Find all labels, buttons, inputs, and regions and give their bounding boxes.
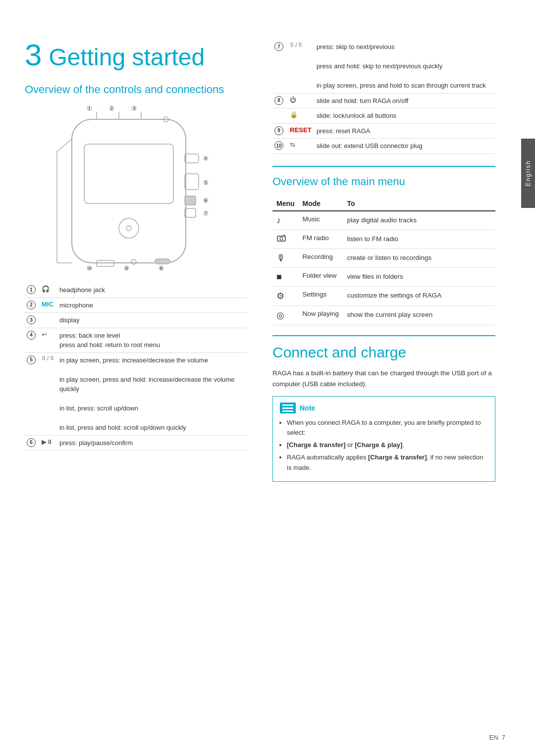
svg-rect-9 <box>185 154 199 163</box>
controls-table-right: 7 ⠿ / ⠿ press: skip to next/previous pre… <box>272 40 495 154</box>
note-item-1: When you connect RAGA to a computer, you… <box>287 418 488 439</box>
control-row-7: 7 ⠿ / ⠿ press: skip to next/previous pre… <box>272 40 495 93</box>
svg-text:③: ③ <box>131 105 137 112</box>
control-row-1: 1 🎧 headphone jack <box>25 283 248 298</box>
divider-2 <box>272 335 495 336</box>
chapter-title: Getting started <box>49 44 205 70</box>
page-footer: EN 7 <box>489 734 505 741</box>
svg-rect-13 <box>185 196 196 205</box>
menu-row-nowplaying: ◎ Now playing show the current play scre… <box>272 306 495 325</box>
controls-table-left: 1 🎧 headphone jack 2 MIC microphone 3 di… <box>25 283 248 451</box>
svg-text:④: ④ <box>203 155 209 162</box>
note-icon <box>280 403 296 413</box>
svg-point-26 <box>119 218 139 238</box>
menu-row-settings: ⚙ Settings customize the settings of RAG… <box>272 287 495 306</box>
menu-col-mode: Mode <box>299 197 343 211</box>
svg-point-29 <box>280 237 283 240</box>
svg-point-21 <box>131 259 136 264</box>
fm-radio-icon <box>276 234 286 242</box>
svg-rect-11 <box>185 174 199 190</box>
svg-text:②: ② <box>109 105 114 112</box>
control-row-9: 9 RESET press: reset RAGA <box>272 123 495 139</box>
note-list: When you connect RAGA to a computer, you… <box>287 418 488 473</box>
control-row-3: 3 display <box>25 313 248 328</box>
svg-text:①: ① <box>87 105 92 112</box>
control-row-2: 2 MIC microphone <box>25 298 248 313</box>
device-svg: ① ② ③ ④ ⑤ ⑥ ⑦ ⑩ <box>32 104 240 273</box>
menu-row-music: ♪ Music play digital audio tracks <box>272 211 495 230</box>
device-diagram: ① ② ③ ④ ⑤ ⑥ ⑦ ⑩ <box>32 104 240 273</box>
svg-rect-15 <box>185 208 196 217</box>
divider-1 <box>272 166 495 167</box>
chapter-heading: 3 Getting started <box>25 40 248 71</box>
note-item-3: RAGA automatically applies [Charge & tra… <box>287 453 488 473</box>
menu-col-menu: Menu <box>272 197 299 211</box>
svg-text:⑨: ⑨ <box>124 265 129 272</box>
footer-page: 7 <box>502 734 505 741</box>
control-row-8a: 8 ⏻ slide and hold: turn RAGA on/off <box>272 93 495 108</box>
control-row-6: 6 ▶⏸ press: play/pause/confirm <box>25 435 248 451</box>
menu-row-fmradio: FM radio listen to FM radio <box>272 230 495 249</box>
control-row-4: 4 ↩ press: back one levelpress and hold:… <box>25 328 248 353</box>
svg-text:⑧: ⑧ <box>159 265 164 272</box>
side-tab: English <box>521 139 535 208</box>
connect-text: RAGA has a built-in battery that can be … <box>272 368 495 389</box>
svg-text:⑥: ⑥ <box>203 197 209 204</box>
main-menu-heading: Overview of the main menu <box>272 175 495 189</box>
svg-rect-22 <box>155 259 170 264</box>
note-header: Note <box>280 403 488 413</box>
menu-row-folder: ■ Folder view view files in folders <box>272 268 495 287</box>
section1-heading: Overview of the controls and connections <box>25 83 248 97</box>
control-row-10: 10 ⇆ slide out: extend USB connector plu… <box>272 139 495 154</box>
svg-text:⑦: ⑦ <box>203 210 209 217</box>
svg-text:⑤: ⑤ <box>203 179 209 186</box>
control-row-5: 5 ⠿ / ⠿ in play screen, press: increase/… <box>25 353 248 435</box>
svg-rect-0 <box>72 119 186 263</box>
note-title: Note <box>300 403 315 413</box>
footer-lang: EN <box>489 734 498 741</box>
right-column: 7 ⠿ / ⠿ press: skip to next/previous pre… <box>263 20 520 736</box>
menu-col-to: To <box>343 197 495 211</box>
left-column: 3 Getting started Overview of the contro… <box>0 20 263 736</box>
note-box: Note When you connect RAGA to a computer… <box>272 396 495 481</box>
chapter-number: 3 <box>25 38 42 72</box>
svg-point-27 <box>126 226 131 231</box>
svg-line-23 <box>57 139 72 151</box>
main-menu-table: Menu Mode To ♪ Music play digital audio … <box>272 197 495 325</box>
menu-header-row: Menu Mode To <box>272 197 495 211</box>
side-tab-label: English <box>525 160 532 186</box>
menu-row-recording: 🎙 Recording create or listen to recordin… <box>272 249 495 268</box>
connect-heading: Connect and charge <box>272 344 495 361</box>
svg-text:⑩: ⑩ <box>87 265 92 272</box>
svg-rect-1 <box>84 144 173 203</box>
note-item-2: [Charge & transfer] or [Charge & play]. <box>287 440 488 451</box>
control-row-8b: 🔒 slide: lock/unlock all buttons <box>272 108 495 124</box>
